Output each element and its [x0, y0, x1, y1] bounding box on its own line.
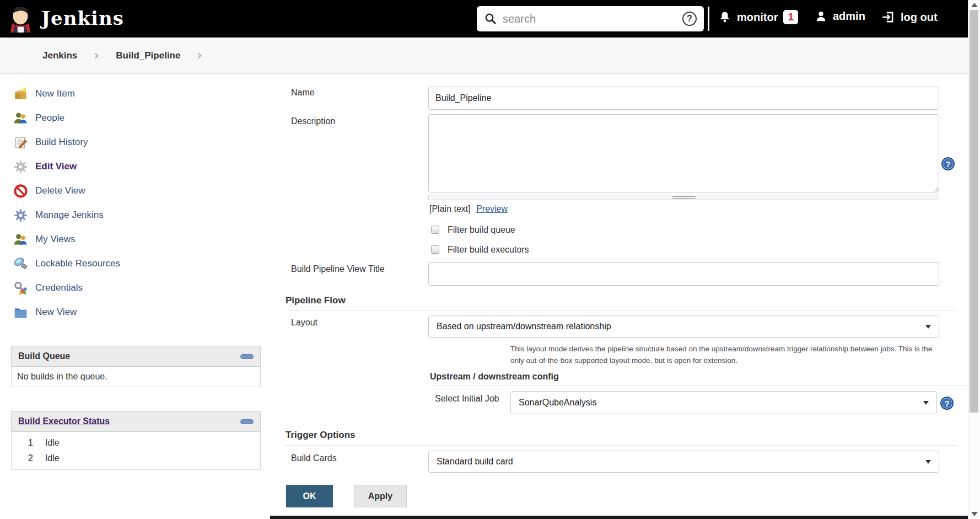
brand-title[interactable]: Jenkins: [41, 7, 124, 29]
textarea-resize-bar[interactable]: [428, 195, 939, 200]
sidebar-item-label: People: [35, 113, 64, 124]
build-cards-selected-value: Standard build card: [437, 457, 513, 467]
executor-row: 2 Idle: [12, 451, 260, 466]
markup-hint: [Plain text]: [429, 204, 471, 213]
executor-status-header: Build Executor Status: [11, 411, 261, 432]
sidebar-item-label: New View: [35, 307, 77, 318]
sidebar-item-label: Edit View: [35, 161, 77, 172]
view-title-field-wrap: [428, 262, 939, 286]
sidebar-item-delete-view[interactable]: Delete View: [13, 179, 250, 203]
name-field-wrap: [428, 87, 939, 110]
monitor-count-badge: 1: [783, 10, 798, 24]
scroll-down-arrow-icon[interactable]: [971, 512, 978, 516]
dropdown-arrow-icon: [925, 325, 931, 329]
sidebar-item-people[interactable]: People: [13, 106, 250, 130]
layout-label: Layout: [291, 318, 317, 328]
breadcrumb-jenkins[interactable]: Jenkins: [42, 50, 77, 61]
user-label: admin: [833, 10, 865, 23]
page: Jenkins ? monitor 1 admin: [0, 0, 980, 519]
filter-build-queue-checkbox[interactable]: [431, 226, 439, 234]
initial-job-select[interactable]: SonarQubeAnalysis: [510, 391, 937, 414]
sidebar-item-label: My Views: [35, 234, 75, 245]
initial-job-selected-value: SonarQubeAnalysis: [519, 398, 596, 408]
new-view-icon: [13, 305, 28, 320]
filter-build-queue-label: Filter build queue: [448, 225, 515, 235]
layout-help-text: This layout mode derives the pipeline st…: [510, 343, 947, 366]
collapse-icon[interactable]: [240, 354, 254, 359]
chevron-right-icon[interactable]: [196, 52, 203, 60]
name-input[interactable]: [428, 87, 939, 110]
initial-job-help-icon[interactable]: ?: [940, 397, 954, 410]
build-queue-body: No builds in the queue.: [11, 367, 261, 387]
resize-grip-icon: [672, 196, 696, 199]
preview-link[interactable]: Preview: [476, 204, 508, 213]
people-icon: [13, 111, 28, 126]
breadcrumb-build-pipeline[interactable]: Build_Pipeline: [116, 50, 180, 61]
scrollbar-thumb[interactable]: [970, 10, 978, 413]
sidebar-item-label: Credentials: [35, 282, 83, 293]
executor-status-title-link[interactable]: Build Executor Status: [18, 416, 110, 426]
credentials-icon: [13, 281, 28, 296]
search-icon: [484, 12, 497, 25]
executor-status-body: 1 Idle 2 Idle: [11, 432, 261, 470]
search-box: ?: [477, 6, 704, 31]
sidebar-item-build-history[interactable]: Build History: [13, 130, 250, 154]
footer-strip: [270, 516, 968, 519]
build-cards-select[interactable]: Standard build card: [428, 451, 939, 473]
pipeline-flow-heading: Pipeline Flow: [286, 295, 956, 311]
breadcrumb: Jenkins Build_Pipeline: [0, 38, 968, 74]
sidebar-item-new-item[interactable]: New Item: [13, 82, 250, 106]
executor-number: 2: [28, 453, 33, 463]
chevron-right-icon: [93, 52, 100, 60]
sidebar-item-label: Delete View: [35, 185, 85, 196]
build-cards-label: Build Cards: [291, 453, 337, 463]
scroll-up-arrow-icon[interactable]: [971, 3, 978, 7]
logout-label: log out: [901, 11, 938, 24]
dropdown-arrow-icon: [923, 401, 929, 405]
build-queue-panel: Build Queue No builds in the queue.: [11, 346, 261, 387]
new-item-icon: [13, 87, 28, 101]
collapse-icon[interactable]: [240, 419, 254, 424]
description-textarea[interactable]: [428, 114, 939, 192]
sidebar-item-my-views[interactable]: My Views: [13, 227, 250, 252]
sidebar-item-new-view[interactable]: New View: [13, 300, 250, 324]
user-icon: [815, 10, 827, 23]
executor-state: Idle: [45, 438, 60, 448]
layout-select[interactable]: Based on upstream/downstream relationshi…: [428, 315, 939, 338]
description-help-icon[interactable]: ?: [941, 157, 955, 170]
apply-button[interactable]: Apply: [354, 485, 407, 507]
filter-build-executors-checkbox[interactable]: [431, 245, 439, 254]
my-views-icon: [13, 232, 28, 247]
header-divider: [708, 7, 709, 31]
manage-jenkins-icon: [13, 208, 28, 223]
logout-button[interactable]: log out: [881, 10, 938, 24]
build-queue-title: Build Queue: [18, 351, 70, 361]
markup-formatter-line: [Plain text] Preview: [429, 204, 508, 214]
executor-state: Idle: [45, 453, 60, 463]
sidebar-item-manage-jenkins[interactable]: Manage Jenkins: [13, 203, 250, 227]
trigger-options-heading: Trigger Options: [286, 430, 956, 446]
sidebar-item-edit-view[interactable]: Edit View: [13, 154, 250, 179]
description-label: Description: [291, 116, 335, 126]
build-queue-header: Build Queue: [11, 346, 261, 367]
search-help-icon[interactable]: ?: [682, 12, 697, 26]
sidebar-item-label: Manage Jenkins: [35, 210, 104, 221]
view-title-label: Build Pipeline View Title: [291, 264, 385, 274]
name-label: Name: [291, 88, 315, 98]
bell-icon: [718, 10, 731, 24]
sidebar-item-credentials[interactable]: Credentials: [13, 276, 250, 300]
search-input[interactable]: [503, 13, 677, 25]
build-queue-empty-text: No builds in the queue.: [17, 372, 107, 381]
jenkins-butler-logo-icon[interactable]: [8, 5, 33, 35]
monitor-button[interactable]: monitor 1: [718, 10, 798, 24]
upstream-config-heading: Upstream / downstream config: [430, 372, 969, 386]
view-title-input[interactable]: [428, 262, 939, 286]
delete-view-icon: [13, 184, 28, 199]
logout-icon: [881, 10, 895, 24]
user-button[interactable]: admin: [815, 10, 865, 23]
lockable-resources-icon: [13, 256, 28, 271]
sidebar-item-lockable-resources[interactable]: Lockable Resources: [13, 252, 250, 276]
layout-selected-value: Based on upstream/downstream relationshi…: [437, 322, 611, 331]
ok-button[interactable]: OK: [286, 485, 333, 507]
top-bar: Jenkins ? monitor 1 admin: [0, 0, 968, 38]
